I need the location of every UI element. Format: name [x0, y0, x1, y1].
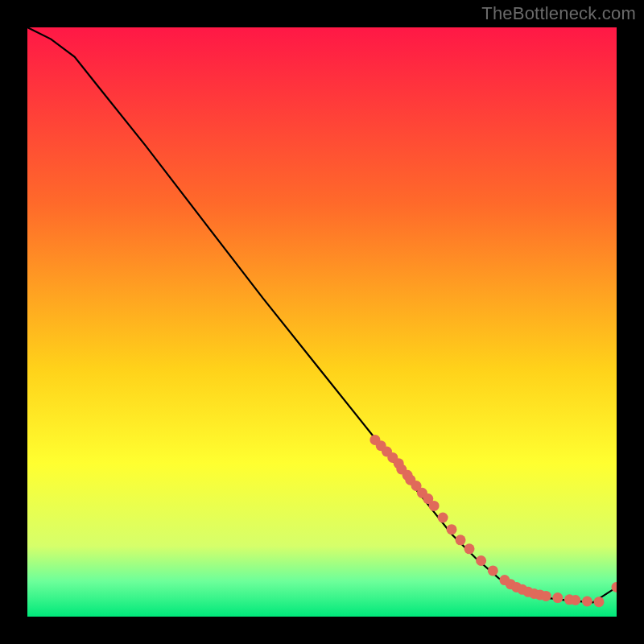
- data-point: [594, 597, 605, 607]
- data-point: [464, 543, 475, 554]
- chart-frame: TheBottleneck.com: [0, 0, 644, 644]
- data-point: [552, 592, 563, 603]
- attribution-label: TheBottleneck.com: [481, 3, 636, 24]
- chart-svg: [27, 27, 617, 617]
- gradient-background: [27, 27, 617, 617]
- data-point: [582, 597, 592, 607]
- data-point: [541, 591, 551, 601]
- data-point: [570, 595, 580, 605]
- data-point: [456, 535, 466, 545]
- data-point: [429, 501, 440, 511]
- plot-area: [27, 27, 617, 617]
- data-point: [476, 555, 486, 566]
- data-point: [488, 565, 498, 576]
- data-point: [438, 513, 448, 523]
- data-point: [447, 524, 457, 535]
